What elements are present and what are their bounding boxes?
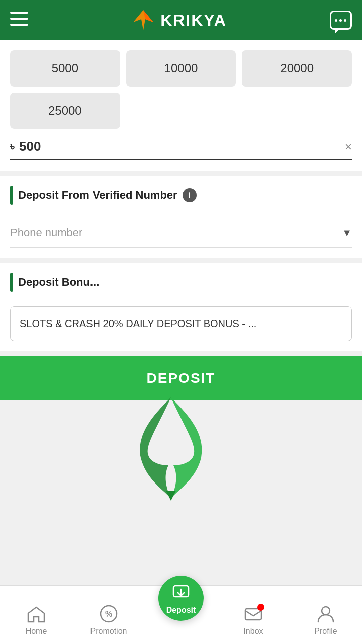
phone-number-dropdown[interactable]: Phone number ▼ bbox=[10, 219, 352, 248]
header: KRIKYA bbox=[0, 0, 362, 40]
promotion-icon: % bbox=[100, 605, 118, 625]
promotion-label: Promotion bbox=[90, 627, 127, 636]
svg-text:%: % bbox=[105, 610, 112, 618]
amount-btn-25000[interactable]: 25000 bbox=[10, 93, 120, 129]
bonus-title: Deposit Bonu... bbox=[18, 276, 99, 289]
amount-btn-10000[interactable]: 10000 bbox=[126, 50, 236, 87]
deposit-nav-label: Deposit bbox=[166, 606, 196, 615]
clear-button[interactable]: × bbox=[345, 140, 352, 154]
verified-section: Deposit From Verified Number i Phone num… bbox=[0, 176, 362, 258]
amount-input-value[interactable]: 500 bbox=[19, 139, 345, 154]
nav-item-deposit[interactable]: Deposit bbox=[145, 576, 217, 621]
svg-rect-0 bbox=[10, 12, 28, 14]
nav-item-inbox[interactable]: Inbox bbox=[217, 606, 290, 636]
bonus-section: Deposit Bonu... SLOTS & CRASH 20% DAILY … bbox=[0, 263, 362, 351]
info-icon[interactable]: i bbox=[183, 188, 197, 202]
bonus-title-row: Deposit Bonu... bbox=[10, 273, 352, 298]
svg-rect-2 bbox=[10, 24, 28, 26]
nav-item-promotion[interactable]: % Promotion bbox=[72, 605, 145, 636]
amount-input-row: ৳ 500 × bbox=[10, 139, 352, 160]
bonus-text: SLOTS & CRASH 20% DAILY DEPOSIT BONUS - … bbox=[20, 318, 256, 330]
inbox-badge-dot bbox=[257, 604, 264, 611]
bonus-dropdown[interactable]: SLOTS & CRASH 20% DAILY DEPOSIT BONUS - … bbox=[10, 306, 352, 341]
logo: KRIKYA bbox=[131, 8, 227, 32]
inbox-label: Inbox bbox=[243, 627, 263, 636]
dropdown-arrow-icon: ▼ bbox=[342, 227, 352, 239]
main-content: 5000 10000 20000 25000 ৳ 500 × Deposit F… bbox=[0, 40, 362, 451]
amount-buttons: 5000 10000 20000 bbox=[10, 50, 352, 87]
svg-rect-1 bbox=[10, 18, 28, 20]
section-bar-green-2 bbox=[10, 273, 13, 292]
currency-symbol: ৳ bbox=[10, 140, 14, 153]
section-bar-green bbox=[10, 186, 13, 205]
verified-title: Deposit From Verified Number bbox=[18, 189, 177, 202]
nav-item-home[interactable]: Home bbox=[0, 606, 72, 636]
chat-icon[interactable] bbox=[330, 11, 352, 30]
deposit-nav-icon bbox=[171, 582, 191, 604]
deposit-button-container: DEPOSIT bbox=[0, 356, 362, 400]
phone-placeholder: Phone number bbox=[10, 226, 82, 239]
bottom-nav: Home % Promotion Deposit bbox=[0, 585, 362, 644]
deposit-nav-circle[interactable]: Deposit bbox=[158, 576, 204, 621]
inbox-icon bbox=[244, 616, 262, 624]
nav-item-profile[interactable]: Profile bbox=[290, 605, 362, 636]
amount-section: 5000 10000 20000 25000 ৳ 500 × bbox=[0, 40, 362, 171]
home-label: Home bbox=[26, 627, 47, 636]
menu-icon[interactable] bbox=[10, 12, 28, 29]
profile-label: Profile bbox=[314, 627, 337, 636]
amount-btn-5000[interactable]: 5000 bbox=[10, 50, 120, 87]
deposit-submit-button[interactable]: DEPOSIT bbox=[0, 356, 362, 400]
verified-title-row: Deposit From Verified Number i bbox=[10, 186, 352, 211]
svg-point-9 bbox=[322, 607, 330, 615]
home-icon bbox=[27, 606, 45, 625]
profile-icon bbox=[317, 605, 334, 625]
logo-text: KRIKYA bbox=[160, 11, 227, 30]
amount-btn-20000[interactable]: 20000 bbox=[242, 50, 352, 87]
